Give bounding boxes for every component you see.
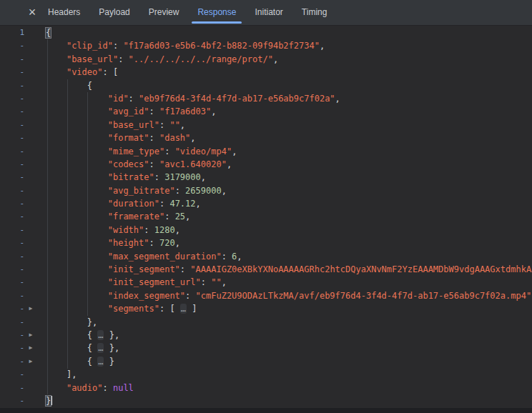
token-string: "AAAAIGZ0eXBkYXNoAAAAAGRhc2htcDQyaXNvNmF…: [190, 264, 532, 274]
line-number: -: [0, 250, 24, 263]
code-line[interactable]: - "init_segment_url": "",: [0, 276, 532, 289]
code-text: "init_segment": "AAAAIGZ0eXBkYXNoAAAAAGR…: [37, 263, 532, 276]
token-punctuation: ,: [273, 54, 278, 64]
line-number: -: [0, 289, 24, 302]
token-string: "": [169, 120, 179, 130]
fold-gutter: [24, 131, 37, 144]
token-punctuation: ,: [222, 186, 227, 196]
code-line[interactable]: - "video": [: [0, 66, 532, 79]
token-punctuation: },: [104, 343, 119, 353]
text-cursor: [51, 396, 53, 405]
code-line[interactable]: 1{: [0, 26, 532, 39]
line-number: -: [0, 394, 24, 407]
tab-list: HeadersPayloadPreviewResponseInitiatorTi…: [48, 0, 327, 25]
token-punctuation: ,: [185, 212, 190, 222]
code-line[interactable]: -▶ { … },: [0, 342, 532, 354]
code-line[interactable]: - "audio": null: [0, 382, 532, 394]
code-line[interactable]: - "width": 1280,: [0, 224, 532, 237]
close-icon[interactable]: ×: [25, 0, 39, 25]
fold-gutter: [24, 263, 37, 276]
fold-arrow-icon[interactable]: ▶: [24, 355, 37, 368]
code-text: "base_url": "",: [37, 119, 185, 131]
token-punctuation: ,: [222, 277, 227, 287]
network-detail-tabbar: × HeadersPayloadPreviewResponseInitiator…: [0, 0, 532, 26]
tab-response[interactable]: Response: [197, 0, 236, 25]
token-punctuation: ,: [201, 172, 206, 182]
code-line[interactable]: - "bitrate": 3179000,: [0, 171, 532, 184]
token-bracket-matched: {: [46, 28, 51, 38]
line-number: -: [0, 368, 24, 381]
line-number: -: [0, 237, 24, 249]
line-number: -: [0, 39, 24, 52]
code-line[interactable]: - "id": "eb9f76d4-3f4d-4f7d-ab17-e56ab9c…: [0, 92, 532, 105]
fold-gutter: [24, 119, 37, 131]
fold-gutter: [24, 289, 37, 302]
code-line[interactable]: - "clip_id": "f17a6d03-e5b6-4bf2-b882-09…: [0, 39, 532, 52]
tab-headers[interactable]: Headers: [48, 0, 80, 25]
code-line[interactable]: - "avg_bitrate": 2659000,: [0, 184, 532, 197]
code-line[interactable]: - "init_segment": "AAAAIGZ0eXBkYXNoAAAAA…: [0, 263, 532, 276]
token-punctuation: :: [144, 225, 154, 235]
token-punctuation: :: [149, 133, 159, 143]
token-punctuation: {: [87, 81, 92, 91]
fold-gutter: [24, 197, 37, 210]
code-line[interactable]: - "mime_type": "video/mp4",: [0, 145, 532, 158]
token-punctuation: }: [104, 357, 114, 367]
code-line[interactable]: - "format": "dash",: [0, 131, 532, 144]
token-punctuation: ,: [335, 94, 340, 104]
code-line[interactable]: - "height": 720,: [0, 237, 532, 249]
token-punctuation: :: [102, 67, 112, 77]
line-number: -: [0, 276, 24, 289]
code-line[interactable]: - "framerate": 25,: [0, 210, 532, 223]
fold-arrow-icon[interactable]: ▶: [24, 329, 37, 342]
token-key: "audio": [66, 383, 103, 393]
code-line[interactable]: -▶ "segments": [ … ]: [0, 302, 532, 315]
fold-gutter: [24, 171, 37, 184]
code-line[interactable]: - "base_url": "../../../../../range/prot…: [0, 53, 532, 66]
code-line[interactable]: - "index_segment": "cmFuZ2U9ODAzLTkzMA/a…: [0, 289, 532, 302]
fold-arrow-icon[interactable]: ▶: [24, 302, 37, 315]
token-punctuation: :: [149, 238, 159, 248]
code-line[interactable]: -▶ { … },: [0, 329, 532, 342]
token-key: "height": [108, 238, 149, 248]
code-line[interactable]: -▶ { … }: [0, 355, 532, 368]
token-punctuation: },: [87, 317, 97, 327]
token-string: "eb9f76d4-3f4d-4f7d-ab17-e56ab9c7f02a": [139, 94, 335, 104]
token-key: "avg_id": [108, 106, 149, 116]
token-punctuation: ,: [175, 225, 180, 235]
fold-arrow-icon[interactable]: ▶: [24, 342, 37, 354]
code-line[interactable]: - "max_segment_duration": 6,: [0, 250, 532, 263]
token-key: "max_segment_duration": [108, 252, 222, 262]
tab-timing[interactable]: Timing: [302, 0, 327, 25]
token-punctuation: :: [164, 146, 174, 156]
code-line[interactable]: - "duration": 47.12,: [0, 197, 532, 210]
token-punctuation: :: [159, 304, 169, 314]
token-punctuation: ,: [227, 159, 232, 169]
code-line[interactable]: - "base_url": "",: [0, 119, 532, 131]
line-number: -: [0, 197, 24, 210]
token-punctuation: :: [118, 54, 128, 64]
line-number: -: [0, 66, 24, 79]
code-text: }: [37, 394, 52, 407]
code-line[interactable]: - {: [0, 79, 532, 92]
tab-initiator[interactable]: Initiator: [255, 0, 282, 25]
fold-gutter: [24, 26, 37, 39]
line-number: -: [0, 355, 24, 368]
code-text: "duration": 47.12,: [37, 197, 201, 210]
tab-payload[interactable]: Payload: [99, 0, 129, 25]
fold-gutter: [24, 276, 37, 289]
code-text: { … },: [37, 342, 119, 354]
code-line[interactable]: - "codecs": "avc1.640020",: [0, 158, 532, 171]
tab-preview[interactable]: Preview: [149, 0, 179, 25]
code-line[interactable]: - },: [0, 316, 532, 329]
response-json-viewer[interactable]: 1{- "clip_id": "f17a6d03-e5b6-4bf2-b882-…: [0, 26, 532, 408]
fold-ellipsis[interactable]: …: [180, 304, 187, 314]
line-number: -: [0, 145, 24, 158]
code-line[interactable]: -}: [0, 394, 532, 407]
token-punctuation: :: [129, 94, 139, 104]
fold-gutter: [24, 237, 37, 249]
token-string: "cmFuZ2U9ODAzLTkzMA/avf/eb9f76d4-3f4d-4f…: [196, 291, 532, 301]
token-string: "dash": [159, 133, 190, 143]
code-line[interactable]: - ],: [0, 368, 532, 381]
code-line[interactable]: - "avg_id": "f17a6d03",: [0, 105, 532, 118]
